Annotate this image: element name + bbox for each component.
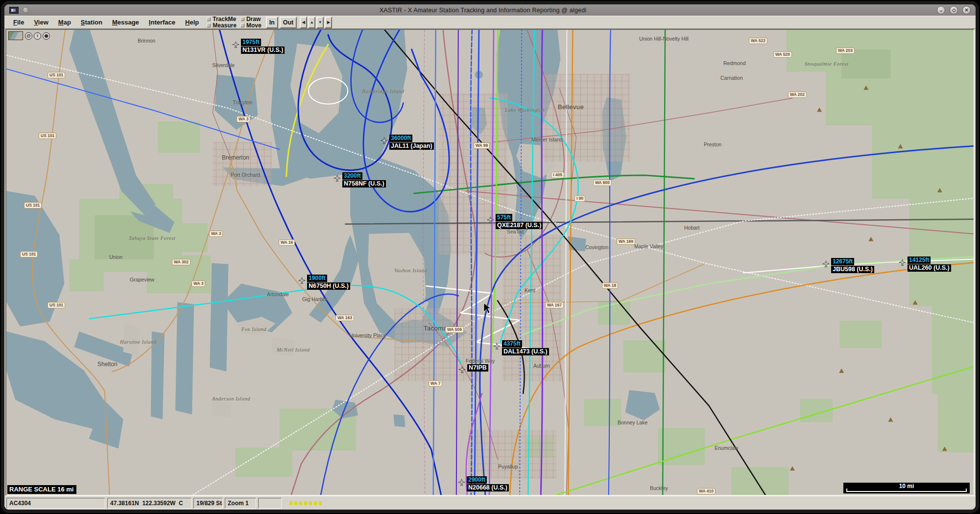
callsign-label: N20668 (U.S.) (467, 484, 509, 491)
aircraft-station[interactable]: 1900ft N6750H (U.S.) (307, 275, 350, 290)
window-control-button[interactable]: ✕ (962, 6, 971, 14)
menu-item[interactable]: View (29, 16, 53, 28)
place-label: Brinnon (138, 38, 155, 44)
aircraft-station[interactable]: N7IPB (467, 364, 488, 372)
place-label: Kent (525, 287, 535, 293)
place-label: Redmond (723, 60, 746, 66)
status-bar: AC4304 47.38161N 122.33592W C 19/829 Sta… (4, 496, 976, 510)
toolbar-toggle[interactable]: Draw (240, 16, 262, 23)
checkbox-icon[interactable] (207, 23, 211, 27)
checkbox-icon[interactable] (240, 17, 244, 21)
pan-arrow-button[interactable]: ▲ (308, 17, 315, 28)
menu-item[interactable]: File (8, 16, 29, 28)
pan-arrow-button[interactable]: ◀ (300, 17, 307, 28)
map-attribution-icon[interactable]: ◉ (43, 32, 50, 40)
checkbox-icon[interactable] (207, 17, 211, 21)
altitude-label: 2900ft (467, 476, 487, 484)
place-label: Silverdale (212, 62, 235, 68)
road-shield: WA 900 (593, 180, 612, 186)
menu-item[interactable]: Interface (144, 16, 180, 28)
place-label: Bremerton (222, 154, 249, 161)
road-shield: WA 7 (429, 380, 442, 387)
menu-bar: FileViewMapStationMessageInterfaceHelp T… (4, 16, 976, 29)
road-shield: WA 410 (697, 488, 716, 494)
title-bar[interactable]: XASTIR - X Amateur Station Tracking and … (4, 4, 976, 16)
scale-bar-bracket (846, 489, 967, 492)
place-label: Maple Valley (634, 243, 663, 249)
map-attribution-icon[interactable]: i (34, 32, 41, 40)
road-shield: US 101 (48, 72, 65, 78)
status-callsign: AC4304 (6, 498, 105, 509)
place-label: Auburn (533, 363, 550, 369)
checkbox-icon[interactable] (240, 23, 244, 27)
place-label: Lake Washington (505, 107, 545, 113)
zoom-in-button[interactable]: In (266, 17, 278, 28)
place-label: Port Orchard (231, 172, 260, 178)
place-label: Union (109, 254, 122, 260)
aircraft-station[interactable]: 36000ft JAL11 (Japan) (389, 135, 434, 150)
menu-item[interactable]: Station (76, 16, 107, 28)
callsign-label: UAL260 (U.S.) (908, 264, 951, 272)
aircraft-station[interactable]: 2900ft N20668 (U.S.) (467, 476, 509, 491)
window-menu-icon[interactable] (23, 7, 29, 13)
altitude-label: 3200ft (342, 172, 362, 180)
aircraft-icon (232, 41, 239, 50)
callsign-label: QXE2187 (U.S.) (496, 222, 543, 229)
menu-item[interactable]: Help (180, 16, 204, 28)
road-shield: WA 522 (749, 38, 767, 44)
toolbar-toggle[interactable]: TrackMe (207, 16, 237, 23)
status-station-count: 19/829 Sta (193, 498, 223, 509)
place-label: Gig Harbor (302, 296, 327, 302)
menu-item[interactable]: Map (53, 16, 76, 28)
callsign-label: N6750H (U.S.) (307, 282, 350, 290)
map-attribution-icon[interactable]: @ (25, 32, 32, 40)
aircraft-station[interactable]: 3200ft N758NF (U.S.) (342, 172, 386, 187)
app-icon (9, 7, 19, 14)
place-label: Artondale (267, 291, 289, 297)
altitude-label: 14125ft (908, 257, 931, 264)
place-label: Enumclaw (715, 445, 738, 451)
aircraft-station[interactable]: 14125ft UAL260 (U.S.) (908, 257, 951, 272)
place-label: Federal Way (466, 358, 495, 364)
aircraft-station[interactable]: 12675ft JBU598 (U.S.) (831, 258, 874, 273)
place-label: Buckley (650, 485, 668, 491)
window-control-button[interactable]: ⌄ (937, 6, 945, 14)
xastir-window: XASTIR - X Amateur Station Tracking and … (4, 4, 976, 510)
road-shield: WA 16 (279, 239, 295, 246)
status-spare-field (258, 498, 282, 509)
toolbar-toggle[interactable]: Measure (207, 23, 237, 29)
place-label: Hobart (684, 225, 700, 231)
road-shield: WA 3 (237, 116, 250, 122)
road-shield: WA 163 (335, 315, 354, 321)
toolbar-toggle[interactable]: Move (240, 23, 262, 29)
road-shield: WA 509 (445, 327, 464, 333)
place-label: Carnation (720, 75, 743, 81)
map-canvas[interactable]: @i◉ BrinnonSilverdaleTracytonBremertonPo… (5, 29, 975, 496)
place-label: Vashon Island (394, 268, 427, 273)
place-label: Covington (585, 244, 608, 250)
menu-item[interactable]: Message (107, 16, 144, 28)
aircraft-station[interactable]: 575ft QXE2187 (U.S.) (496, 214, 543, 229)
map-thumbnail-icon[interactable] (8, 31, 23, 40)
pan-arrow-button[interactable]: ▼ (316, 17, 324, 28)
range-scale-label: RANGE SCALE 16 mi (7, 485, 76, 494)
zoom-out-button[interactable]: Out (280, 17, 297, 28)
road-shield: I 90 (574, 195, 585, 202)
pan-arrow-button[interactable]: ▶ (325, 17, 332, 28)
altitude-label: 36000ft (389, 135, 412, 142)
place-label: Puyallup (498, 464, 518, 469)
toggle-group: TrackMe Measure Draw Move (207, 16, 261, 29)
place-label: Tahuya State Forest (129, 235, 175, 241)
status-position: 47.38161N 122.33592W C (107, 498, 191, 509)
pan-buttons: ◀▲▼▶ (300, 17, 332, 28)
aircraft-station[interactable]: 1975ft N131VR (U.S.) (241, 39, 285, 54)
toggle-label: Measure (213, 22, 237, 29)
aircraft-station[interactable]: 4375ft DAL1473 (U.S.) (502, 340, 549, 355)
altitude-label: 12675ft (831, 258, 854, 265)
window-control-button[interactable]: ◇ (950, 6, 958, 14)
status-zoom-level: Zoom 1 (225, 498, 256, 509)
toggle-label: TrackMe (213, 16, 236, 23)
place-label: Bellevue (558, 103, 584, 111)
window-controls: ⌄◇✕ (937, 6, 971, 14)
callsign-label: N758NF (U.S.) (342, 180, 386, 187)
